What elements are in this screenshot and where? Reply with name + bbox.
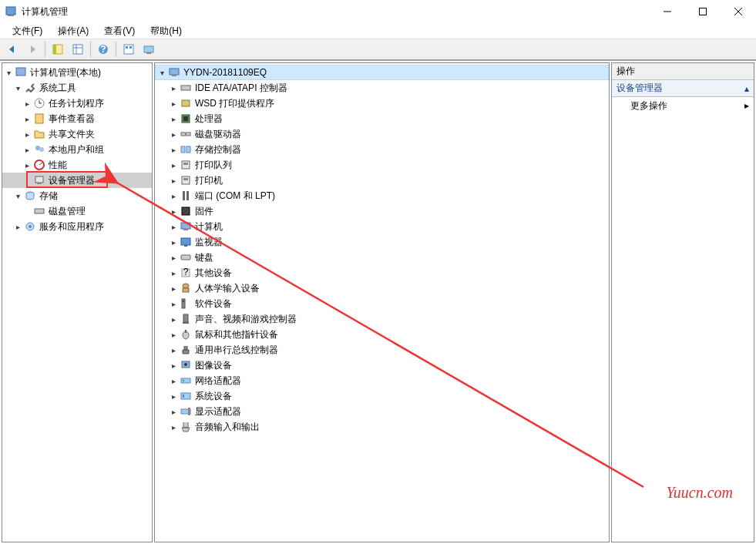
device-category[interactable]: ▸打印机	[155, 173, 609, 188]
expander-icon[interactable]: ▸	[167, 99, 180, 108]
expander-icon[interactable]: ▾	[12, 192, 24, 200]
expander-icon[interactable]: ▸	[167, 300, 180, 308]
device-category[interactable]: ▸固件	[155, 203, 609, 219]
maximize-button[interactable]	[685, 0, 721, 23]
close-button[interactable]	[721, 0, 756, 23]
device-category[interactable]: ▸监视器	[155, 234, 609, 250]
menu-file[interactable]: 文件(F)	[6, 23, 49, 39]
actions-more[interactable]: 更多操作 ▸	[612, 97, 754, 114]
device-category-label: 存储控制器	[195, 143, 241, 156]
svg-rect-34	[172, 75, 176, 76]
device-category[interactable]: ▸鼠标和其他指针设备	[155, 327, 609, 342]
tree-services-apps[interactable]: ▸ 服务和应用程序	[2, 219, 152, 234]
tree-device-manager[interactable]: ▸ 设备管理器	[2, 173, 152, 188]
properties-button[interactable]	[69, 40, 87, 59]
device-root[interactable]: ▾ YYDN-20181109EQ	[155, 65, 609, 80]
expander-icon[interactable]: ▸	[167, 377, 180, 385]
device-category[interactable]: ▸图像设备	[155, 358, 609, 373]
device-category[interactable]: ▸音频输入和输出	[155, 419, 609, 435]
expander-icon[interactable]: ▸	[167, 408, 180, 416]
device-category[interactable]: ▸WSD 打印提供程序	[155, 96, 609, 111]
expander-icon[interactable]: ▸	[167, 315, 180, 324]
device-category-icon	[180, 174, 192, 186]
device-category[interactable]: ▸网络适配器	[155, 373, 609, 388]
tree-label: 事件查看器	[49, 112, 95, 126]
expander-icon[interactable]: ▸	[167, 254, 180, 262]
expander-icon[interactable]: ▸	[167, 146, 180, 154]
tree-shared-folders[interactable]: ▸ 共享文件夹	[2, 126, 152, 142]
actions-panel: 操作 设备管理器 ▴ 更多操作 ▸	[611, 62, 754, 542]
device-category[interactable]: ▸计算机	[155, 219, 609, 234]
menu-help[interactable]: 帮助(H)	[144, 23, 188, 39]
expander-icon[interactable]: ▸	[167, 192, 180, 200]
device-tree-panel: ▾ YYDN-20181109EQ ▸IDE ATA/ATAPI 控制器▸WSD…	[154, 62, 610, 542]
device-category[interactable]: ▸端口 (COM 和 LPT)	[155, 188, 609, 203]
svg-rect-54	[181, 255, 190, 260]
expander-icon[interactable]: ▸	[12, 223, 24, 231]
expander-icon[interactable]: ▸	[167, 238, 180, 247]
tree-performance[interactable]: ▸ 性能	[2, 157, 152, 173]
device-category[interactable]: ▸磁盘驱动器	[155, 126, 609, 142]
show-hide-tree-button[interactable]	[49, 40, 67, 59]
expander-icon[interactable]: ▾	[2, 69, 15, 77]
minimize-button[interactable]	[650, 0, 685, 23]
device-category[interactable]: ▸声音、视频和游戏控制器	[155, 311, 609, 327]
device-category[interactable]: ▸软件设备	[155, 296, 609, 311]
expander-icon[interactable]: ▾	[156, 69, 168, 77]
expander-icon[interactable]: ▸	[167, 176, 180, 185]
device-category[interactable]: ▸存储控制器	[155, 142, 609, 157]
forward-button[interactable]	[23, 40, 42, 59]
device-category[interactable]: ▸打印队列	[155, 157, 609, 173]
device-category-label: 鼠标和其他指针设备	[195, 328, 278, 341]
tree-label: 磁盘管理	[49, 205, 86, 218]
expander-icon[interactable]: ▸	[167, 130, 180, 139]
expander-icon[interactable]: ▸	[21, 161, 33, 170]
expander-icon[interactable]: ▸	[167, 269, 180, 277]
actions-section[interactable]: 设备管理器 ▴	[612, 80, 754, 97]
device-category[interactable]: ▸人体学输入设备	[155, 280, 609, 296]
device-category[interactable]: ▸显示适配器	[155, 404, 609, 419]
expander-icon[interactable]: ▸	[167, 207, 180, 216]
svg-rect-3	[700, 8, 707, 15]
view-devices-button[interactable]	[119, 40, 138, 59]
tools-icon	[24, 82, 36, 94]
device-category[interactable]: ▸?其他设备	[155, 265, 609, 280]
expander-icon[interactable]: ▸	[167, 223, 180, 231]
tree-label: 系统工具	[39, 82, 76, 95]
expander-icon[interactable]: ▸	[21, 130, 33, 139]
expander-icon[interactable]: ▸	[167, 161, 180, 170]
menu-view[interactable]: 查看(V)	[98, 23, 141, 39]
device-category[interactable]: ▸系统设备	[155, 388, 609, 404]
expander-icon[interactable]: ▸	[21, 115, 33, 123]
scan-hardware-button[interactable]	[139, 40, 158, 59]
expander-icon[interactable]: ▸	[167, 346, 180, 354]
device-category[interactable]: ▸IDE ATA/ATAPI 控制器	[155, 80, 609, 96]
device-category[interactable]: ▸通用串行总线控制器	[155, 342, 609, 358]
expander-icon[interactable]: ▸	[167, 331, 180, 339]
expander-icon[interactable]: ▸	[167, 423, 180, 432]
expander-icon[interactable]: ▸	[167, 284, 180, 293]
tree-storage[interactable]: ▾ 存储	[2, 188, 152, 203]
tree-event-viewer[interactable]: ▸ 事件查看器	[2, 111, 152, 126]
expander-icon[interactable]: ▸	[167, 392, 180, 401]
svg-text:?: ?	[183, 267, 189, 277]
expander-icon[interactable]: ▾	[12, 84, 24, 92]
expander-icon[interactable]: ▸	[167, 115, 180, 123]
svg-point-60	[183, 301, 184, 302]
tree-task-scheduler[interactable]: ▸ 任务计划程序	[2, 96, 152, 111]
menu-action[interactable]: 操作(A)	[52, 23, 95, 39]
expander-icon[interactable]: ▸	[21, 146, 33, 154]
device-category-label: 软件设备	[195, 297, 232, 311]
tree-disk-management[interactable]: ▸ 磁盘管理	[2, 203, 152, 219]
expander-icon[interactable]: ▸	[167, 84, 180, 92]
device-category[interactable]: ▸处理器	[155, 111, 609, 126]
tree-root[interactable]: ▾ 计算机管理(本地)	[2, 65, 152, 80]
tree-local-users[interactable]: ▸ 本地用户和组	[2, 142, 152, 157]
device-category[interactable]: ▸键盘	[155, 250, 609, 265]
svg-rect-33	[170, 69, 179, 75]
tree-system-tools[interactable]: ▾ 系统工具	[2, 80, 152, 96]
expander-icon[interactable]: ▸	[21, 99, 33, 108]
help-button[interactable]: ?	[94, 40, 113, 59]
back-button[interactable]	[3, 40, 22, 59]
expander-icon[interactable]: ▸	[167, 361, 180, 370]
